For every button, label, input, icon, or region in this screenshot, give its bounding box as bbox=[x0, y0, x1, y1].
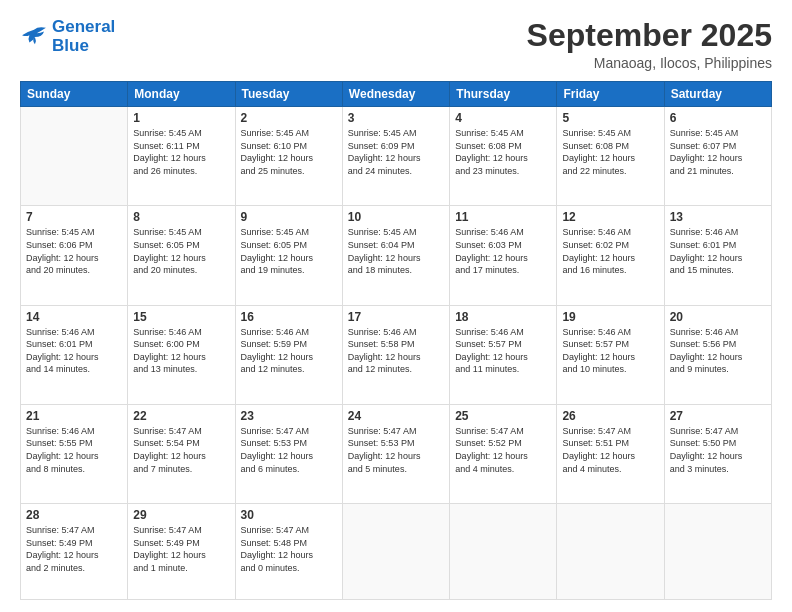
cell-info: Sunset: 6:09 PM bbox=[348, 140, 444, 153]
cell-info: and 11 minutes. bbox=[455, 363, 551, 376]
cell-info: Daylight: 12 hours bbox=[26, 351, 122, 364]
cell-info: Sunrise: 5:47 AM bbox=[562, 425, 658, 438]
table-row: 24Sunrise: 5:47 AMSunset: 5:53 PMDayligh… bbox=[342, 404, 449, 503]
cell-info: Sunset: 5:49 PM bbox=[133, 537, 229, 550]
cell-info: Daylight: 12 hours bbox=[26, 549, 122, 562]
day-number: 26 bbox=[562, 409, 658, 423]
day-number: 12 bbox=[562, 210, 658, 224]
cell-info: and 9 minutes. bbox=[670, 363, 766, 376]
table-row: 6Sunrise: 5:45 AMSunset: 6:07 PMDaylight… bbox=[664, 107, 771, 206]
table-row: 7Sunrise: 5:45 AMSunset: 6:06 PMDaylight… bbox=[21, 206, 128, 305]
cell-info: Sunset: 6:06 PM bbox=[26, 239, 122, 252]
day-number: 20 bbox=[670, 310, 766, 324]
table-row: 26Sunrise: 5:47 AMSunset: 5:51 PMDayligh… bbox=[557, 404, 664, 503]
cell-info: and 15 minutes. bbox=[670, 264, 766, 277]
cell-info: Sunrise: 5:46 AM bbox=[670, 326, 766, 339]
col-thursday: Thursday bbox=[450, 82, 557, 107]
cell-info: and 0 minutes. bbox=[241, 562, 337, 575]
day-number: 30 bbox=[241, 508, 337, 522]
cell-info: Sunset: 6:02 PM bbox=[562, 239, 658, 252]
table-row: 13Sunrise: 5:46 AMSunset: 6:01 PMDayligh… bbox=[664, 206, 771, 305]
cell-info: Daylight: 12 hours bbox=[26, 252, 122, 265]
table-row: 17Sunrise: 5:46 AMSunset: 5:58 PMDayligh… bbox=[342, 305, 449, 404]
cell-info: Sunrise: 5:47 AM bbox=[241, 524, 337, 537]
cell-info: Daylight: 12 hours bbox=[348, 450, 444, 463]
cell-info: Sunrise: 5:46 AM bbox=[670, 226, 766, 239]
cell-info: Daylight: 12 hours bbox=[26, 450, 122, 463]
table-row bbox=[557, 504, 664, 600]
table-row: 30Sunrise: 5:47 AMSunset: 5:48 PMDayligh… bbox=[235, 504, 342, 600]
cell-info: Sunset: 6:08 PM bbox=[562, 140, 658, 153]
cell-info: and 18 minutes. bbox=[348, 264, 444, 277]
cell-info: Sunrise: 5:46 AM bbox=[455, 326, 551, 339]
cell-info: Daylight: 12 hours bbox=[241, 351, 337, 364]
cell-info: and 19 minutes. bbox=[241, 264, 337, 277]
cell-info: and 25 minutes. bbox=[241, 165, 337, 178]
table-row: 18Sunrise: 5:46 AMSunset: 5:57 PMDayligh… bbox=[450, 305, 557, 404]
cell-info: Daylight: 12 hours bbox=[241, 252, 337, 265]
cell-info: and 26 minutes. bbox=[133, 165, 229, 178]
cell-info: Daylight: 12 hours bbox=[670, 450, 766, 463]
logo: General Blue bbox=[20, 18, 115, 55]
cell-info: Sunrise: 5:47 AM bbox=[348, 425, 444, 438]
cell-info: Sunset: 6:00 PM bbox=[133, 338, 229, 351]
cell-info: Sunrise: 5:45 AM bbox=[455, 127, 551, 140]
table-row: 21Sunrise: 5:46 AMSunset: 5:55 PMDayligh… bbox=[21, 404, 128, 503]
day-number: 16 bbox=[241, 310, 337, 324]
cell-info: and 2 minutes. bbox=[26, 562, 122, 575]
cell-info: Daylight: 12 hours bbox=[241, 549, 337, 562]
cell-info: Sunset: 5:56 PM bbox=[670, 338, 766, 351]
cell-info: and 10 minutes. bbox=[562, 363, 658, 376]
cell-info: and 22 minutes. bbox=[562, 165, 658, 178]
table-row: 20Sunrise: 5:46 AMSunset: 5:56 PMDayligh… bbox=[664, 305, 771, 404]
cell-info: and 3 minutes. bbox=[670, 463, 766, 476]
day-number: 15 bbox=[133, 310, 229, 324]
cell-info: Sunrise: 5:45 AM bbox=[670, 127, 766, 140]
day-number: 21 bbox=[26, 409, 122, 423]
table-row bbox=[450, 504, 557, 600]
cell-info: Sunrise: 5:47 AM bbox=[670, 425, 766, 438]
day-number: 18 bbox=[455, 310, 551, 324]
cell-info: Sunrise: 5:46 AM bbox=[241, 326, 337, 339]
cell-info: Sunrise: 5:45 AM bbox=[348, 226, 444, 239]
table-row: 19Sunrise: 5:46 AMSunset: 5:57 PMDayligh… bbox=[557, 305, 664, 404]
cell-info: and 6 minutes. bbox=[241, 463, 337, 476]
cell-info: and 1 minute. bbox=[133, 562, 229, 575]
cell-info: Sunrise: 5:45 AM bbox=[26, 226, 122, 239]
table-row: 9Sunrise: 5:45 AMSunset: 6:05 PMDaylight… bbox=[235, 206, 342, 305]
day-number: 1 bbox=[133, 111, 229, 125]
cell-info: and 16 minutes. bbox=[562, 264, 658, 277]
cell-info: Sunset: 5:55 PM bbox=[26, 437, 122, 450]
table-row: 22Sunrise: 5:47 AMSunset: 5:54 PMDayligh… bbox=[128, 404, 235, 503]
cell-info: Sunrise: 5:45 AM bbox=[562, 127, 658, 140]
cell-info: Sunrise: 5:47 AM bbox=[455, 425, 551, 438]
cell-info: Sunrise: 5:45 AM bbox=[133, 226, 229, 239]
cell-info: and 4 minutes. bbox=[562, 463, 658, 476]
cell-info: Daylight: 12 hours bbox=[670, 252, 766, 265]
title-section: September 2025 Manaoag, Ilocos, Philippi… bbox=[527, 18, 772, 71]
cell-info: Sunrise: 5:45 AM bbox=[133, 127, 229, 140]
cell-info: Sunset: 5:58 PM bbox=[348, 338, 444, 351]
cell-info: Sunrise: 5:46 AM bbox=[562, 226, 658, 239]
cell-info: Daylight: 12 hours bbox=[133, 351, 229, 364]
table-row: 8Sunrise: 5:45 AMSunset: 6:05 PMDaylight… bbox=[128, 206, 235, 305]
cell-info: and 13 minutes. bbox=[133, 363, 229, 376]
cell-info: Daylight: 12 hours bbox=[670, 351, 766, 364]
cell-info: Daylight: 12 hours bbox=[562, 252, 658, 265]
cell-info: Sunset: 6:04 PM bbox=[348, 239, 444, 252]
cell-info: Sunset: 5:54 PM bbox=[133, 437, 229, 450]
cell-info: Daylight: 12 hours bbox=[562, 152, 658, 165]
cell-info: and 20 minutes. bbox=[26, 264, 122, 277]
cell-info: and 7 minutes. bbox=[133, 463, 229, 476]
cell-info: Sunset: 5:51 PM bbox=[562, 437, 658, 450]
cell-info: and 8 minutes. bbox=[26, 463, 122, 476]
table-row: 14Sunrise: 5:46 AMSunset: 6:01 PMDayligh… bbox=[21, 305, 128, 404]
cell-info: Sunset: 5:52 PM bbox=[455, 437, 551, 450]
cell-info: Sunset: 5:53 PM bbox=[241, 437, 337, 450]
cell-info: Sunset: 5:57 PM bbox=[562, 338, 658, 351]
col-friday: Friday bbox=[557, 82, 664, 107]
cell-info: Sunset: 5:57 PM bbox=[455, 338, 551, 351]
day-number: 23 bbox=[241, 409, 337, 423]
cell-info: Sunset: 5:49 PM bbox=[26, 537, 122, 550]
cell-info: Sunset: 6:10 PM bbox=[241, 140, 337, 153]
